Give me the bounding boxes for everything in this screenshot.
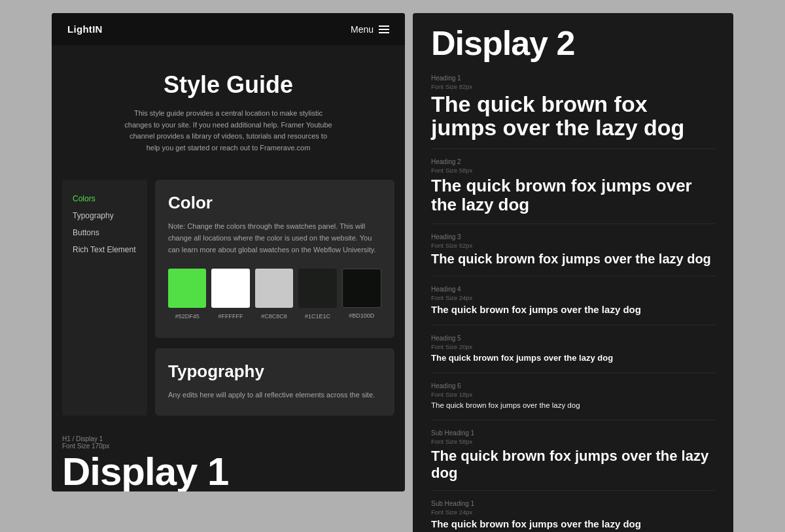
rp-h3-label: Heading 3 <box>431 233 715 241</box>
menu-label: Menu <box>351 24 374 35</box>
rp-sub1-small-text: The quick brown fox jumps over the lazy … <box>431 518 715 530</box>
menu-button[interactable]: Menu <box>351 24 389 35</box>
sidebar: Colors Typography Buttons Rich Text Elem… <box>62 180 147 415</box>
swatch-lightgray: #C8C8C8 <box>255 269 293 308</box>
rp-sub1-large-size: Font Size 58px <box>431 438 715 445</box>
swatch-black: #BD100D <box>342 269 381 308</box>
hero-description: This style guide provides a central loca… <box>124 108 333 154</box>
hero-section: Style Guide This style guide provides a … <box>52 45 405 173</box>
rp-h1-text: The quick brown fox jumps over the lazy … <box>431 93 715 139</box>
color-title: Color <box>168 193 381 213</box>
color-swatches: #52DF45 #FFFFFF #C8C8C8 #1C1E1C #BD100D <box>168 269 381 308</box>
rp-sub1-large-text: The quick brown fox jumps over the lazy … <box>431 448 715 481</box>
main-layout: Colors Typography Buttons Rich Text Elem… <box>52 173 405 428</box>
rp-sub1-small-label: Sub Heading 1 <box>431 500 715 507</box>
rp-h4-text: The quick brown fox jumps over the lazy … <box>431 304 715 316</box>
rp-h4-label: Heading 4 <box>431 286 715 293</box>
logo: LightIN <box>67 24 103 35</box>
sidebar-item-buttons[interactable]: Buttons <box>70 224 139 241</box>
rp-heading2-section: Heading 2 Font Size 58px The quick brown… <box>431 158 715 224</box>
typography-note: Any edits here will apply to all reflect… <box>168 390 381 401</box>
rp-h6-size: Font Size 18px <box>431 391 715 398</box>
typography-title: Typography <box>168 361 381 382</box>
left-panel: LightIN Menu Style Guide This style guid… <box>52 13 405 491</box>
rp-h2-text: The quick brown fox jumps over the lazy … <box>431 176 715 214</box>
display2-text: Display 2 <box>431 26 715 60</box>
rp-heading3-section: Heading 3 Font Size 52px The quick brown… <box>431 233 715 276</box>
right-panel: Display 2 Heading 1 Font Size 82px The q… <box>413 13 733 532</box>
rp-h5-label: Heading 5 <box>431 335 715 342</box>
swatch-darkgray-label: #1C1E1C <box>298 313 336 320</box>
swatch-green: #52DF45 <box>168 269 206 308</box>
rp-h5-size: Font Size 20px <box>431 343 715 350</box>
rp-h1-size: Font Size 82px <box>431 83 715 90</box>
typography-section-card: Typography Any edits here will apply to … <box>155 348 394 416</box>
hero-title: Style Guide <box>91 71 366 99</box>
rp-h2-label: Heading 2 <box>431 158 715 165</box>
content-area: Color Note: Change the colors through th… <box>155 180 394 415</box>
swatch-white: #FFFFFF <box>211 269 249 308</box>
swatch-green-label: #52DF45 <box>168 313 206 320</box>
rp-h1-label: Heading 1 <box>431 75 715 82</box>
rp-h3-size: Font Size 52px <box>431 242 715 249</box>
swatch-black-label: #BD100D <box>343 312 381 319</box>
rp-h3-text: The quick brown fox jumps over the lazy … <box>431 252 715 267</box>
display1-label-row: H1 / Display 1 Font Size 170px <box>62 435 394 450</box>
sidebar-item-typography[interactable]: Typography <box>70 207 139 224</box>
sidebar-item-colors[interactable]: Colors <box>70 190 139 207</box>
color-section-card: Color Note: Change the colors through th… <box>155 180 394 338</box>
display1-size: Font Size 170px <box>62 442 394 450</box>
rp-heading6-section: Heading 6 Font Size 18px The quick brown… <box>431 382 715 420</box>
rp-h4-size: Font Size 24px <box>431 294 715 301</box>
rp-sub1-small-size: Font Size 24px <box>431 508 715 516</box>
rp-h5-text: The quick brown fox jumps over the lazy … <box>431 353 715 364</box>
swatch-white-label: #FFFFFF <box>211 313 249 320</box>
rp-heading1-section: Heading 1 Font Size 82px The quick brown… <box>431 75 715 149</box>
swatch-darkgray: #1C1E1C <box>298 269 336 308</box>
sidebar-item-rich-text[interactable]: Rich Text Element <box>70 241 139 258</box>
swatch-lightgray-label: #C8C8C8 <box>255 313 293 320</box>
rp-heading4-section: Heading 4 Font Size 24px The quick brown… <box>431 286 715 325</box>
rp-h2-size: Font Size 58px <box>431 167 715 174</box>
rp-sub1-large-section: Sub Heading 1 Font Size 58px The quick b… <box>431 429 715 491</box>
display1-text: Display 1 <box>62 452 394 491</box>
display1-section: H1 / Display 1 Font Size 170px Display 1 <box>52 429 405 491</box>
rp-h6-text: The quick brown fox jumps over the lazy … <box>431 401 715 410</box>
rp-heading5-section: Heading 5 Font Size 20px The quick brown… <box>431 335 715 374</box>
rp-sub1-small-section: Sub Heading 1 Font Size 24px The quick b… <box>431 500 715 532</box>
rp-h6-label: Heading 6 <box>431 382 715 390</box>
color-note: Note: Change the colors through the swat… <box>168 221 381 256</box>
rp-sub1-large-label: Sub Heading 1 <box>431 429 715 437</box>
hamburger-icon <box>379 25 389 33</box>
display1-label: H1 / Display 1 <box>62 435 394 442</box>
navbar: LightIN Menu <box>52 13 405 45</box>
